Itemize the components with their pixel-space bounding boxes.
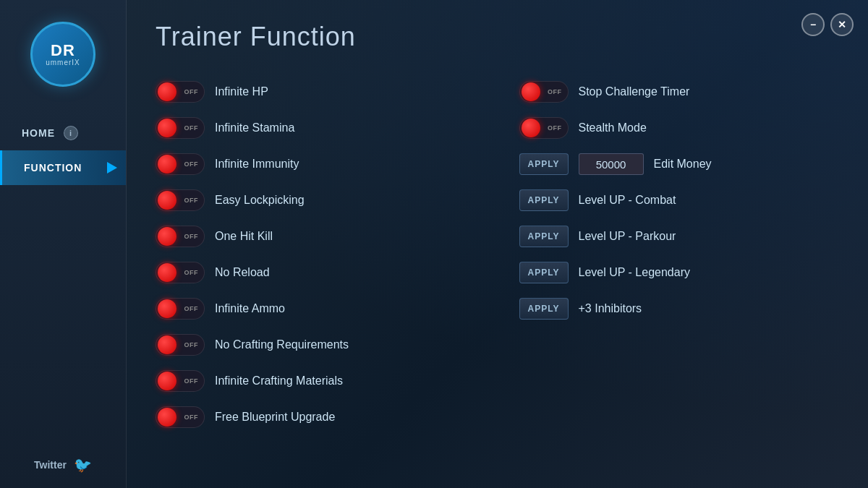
function-name-edit-money: Edit Money [654,158,712,171]
toggle-easy-lockpicking[interactable]: OFF [156,189,205,211]
toggle-circle [158,335,176,354]
function-name-no-crafting-req: No Crafting Requirements [215,338,349,351]
sidebar-item-home[interactable]: HOME i [0,116,126,150]
page-title: Trainer Function [156,22,839,52]
function-row-infinite-crafting: OFF Infinite Crafting Materials [156,363,476,399]
toggle-off-label: OFF [184,414,199,421]
function-name-infinite-crafting: Infinite Crafting Materials [215,374,343,388]
toggle-infinite-hp[interactable]: OFF [156,81,205,103]
function-name-plus3-inhibitors: +3 Inhibitors [579,302,642,315]
toggle-circle [158,155,176,174]
function-name-stealth-mode: Stealth Mode [579,121,647,134]
function-row-levelup-legendary: APPLY Level UP - Legendary [519,254,840,291]
toggle-off-label: OFF [548,124,562,132]
function-row-levelup-combat: APPLY Level UP - Combat [519,182,840,218]
apply-levelup-legendary-button[interactable]: APPLY [519,262,569,283]
function-name-infinite-stamina: Infinite Stamina [215,121,294,134]
function-row-stealth-mode: OFF Stealth Mode [519,110,840,146]
function-name-easy-lockpicking: Easy Lockpicking [215,194,305,207]
function-row-stop-challenge-timer: OFF Stop Challenge Timer [519,74,840,110]
function-name-infinite-immunity: Infinite Immunity [215,158,299,171]
toggle-off-label: OFF [184,88,199,95]
toggle-stop-challenge-timer[interactable]: OFF [519,81,569,103]
function-row-free-blueprint: OFF Free Blueprint Upgrade [156,399,476,435]
toggle-circle [522,82,540,101]
toggle-one-hit-kill[interactable]: OFF [156,226,205,247]
function-name-free-blueprint: Free Blueprint Upgrade [215,411,335,424]
toggle-off-label: OFF [184,269,199,276]
sidebar: DR ummerIX HOME i FUNCTION Twitter 🐦 [0,0,127,488]
toggle-circle [158,119,176,137]
avatar-subtitle: ummerIX [46,59,80,67]
play-icon [107,162,117,174]
toggle-circle [158,408,176,427]
toggle-circle [158,227,176,246]
twitter-label: Twitter [34,459,67,471]
main-content: Trainer Function OFF Infinite HP OFF Inf… [127,0,868,488]
toggle-circle [522,119,540,137]
toggle-off-label: OFF [184,160,199,168]
home-label: HOME [22,127,55,139]
toggle-circle [158,263,176,282]
info-icon[interactable]: i [64,126,78,140]
toggle-off-label: OFF [184,233,199,240]
function-row-no-reload: OFF No Reload [156,254,476,291]
toggle-circle [158,191,176,210]
toggle-off-label: OFF [184,305,199,312]
function-row-one-hit-kill: OFF One Hit Kill [156,218,476,254]
toggle-off-label: OFF [548,88,562,95]
apply-plus3-inhibitors-button[interactable]: APPLY [519,298,569,320]
function-row-infinite-stamina: OFF Infinite Stamina [156,110,476,146]
toggle-off-label: OFF [184,377,199,385]
toggle-infinite-immunity[interactable]: OFF [156,153,205,175]
toggle-circle [158,82,176,101]
functions-grid: OFF Infinite HP OFF Infinite Stamina OFF… [156,74,839,435]
function-name-levelup-parkour: Level UP - Parkour [579,230,676,243]
function-name-one-hit-kill: One Hit Kill [215,230,273,243]
right-column: OFF Stop Challenge Timer OFF Stealth Mod… [519,74,840,435]
toggle-infinite-crafting[interactable]: OFF [156,370,205,392]
toggle-infinite-ammo[interactable]: OFF [156,298,205,320]
function-row-easy-lockpicking: OFF Easy Lockpicking [156,182,476,218]
toggle-off-label: OFF [184,124,199,132]
function-name-levelup-combat: Level UP - Combat [579,194,676,207]
toggle-stealth-mode[interactable]: OFF [519,117,569,139]
function-name-no-reload: No Reload [215,266,270,279]
toggle-circle [158,299,176,318]
function-label: FUNCTION [24,162,82,174]
function-name-stop-challenge-timer: Stop Challenge Timer [579,85,690,98]
sidebar-nav: HOME i FUNCTION [0,116,126,185]
toggle-infinite-stamina[interactable]: OFF [156,117,205,139]
function-row-edit-money: APPLY Edit Money [519,146,840,182]
toggle-free-blueprint[interactable]: OFF [156,406,205,428]
toggle-off-label: OFF [184,197,199,204]
toggle-no-reload[interactable]: OFF [156,262,205,283]
left-column: OFF Infinite HP OFF Infinite Stamina OFF… [156,74,476,435]
function-row-no-crafting-req: OFF No Crafting Requirements [156,327,476,363]
apply-levelup-combat-button[interactable]: APPLY [519,189,569,211]
avatar: DR ummerIX [30,22,95,87]
function-row-infinite-ammo: OFF Infinite Ammo [156,291,476,327]
twitter-icon: 🐦 [74,456,92,474]
function-row-infinite-immunity: OFF Infinite Immunity [156,146,476,182]
function-name-levelup-legendary: Level UP - Legendary [579,266,690,279]
function-row-plus3-inhibitors: APPLY +3 Inhibitors [519,291,840,327]
function-row-infinite-hp: OFF Infinite HP [156,74,476,110]
sidebar-footer[interactable]: Twitter 🐦 [34,456,92,474]
sidebar-item-function[interactable]: FUNCTION [0,150,126,185]
function-name-infinite-ammo: Infinite Ammo [215,302,285,315]
toggle-circle [158,372,176,390]
apply-edit-money-button[interactable]: APPLY [519,153,569,175]
avatar-initials: DR [51,43,75,59]
function-name-infinite-hp: Infinite HP [215,85,268,98]
apply-levelup-parkour-button[interactable]: APPLY [519,226,569,247]
toggle-no-crafting-req[interactable]: OFF [156,334,205,356]
function-row-levelup-parkour: APPLY Level UP - Parkour [519,218,840,254]
toggle-off-label: OFF [184,341,199,348]
money-input[interactable] [579,153,644,175]
